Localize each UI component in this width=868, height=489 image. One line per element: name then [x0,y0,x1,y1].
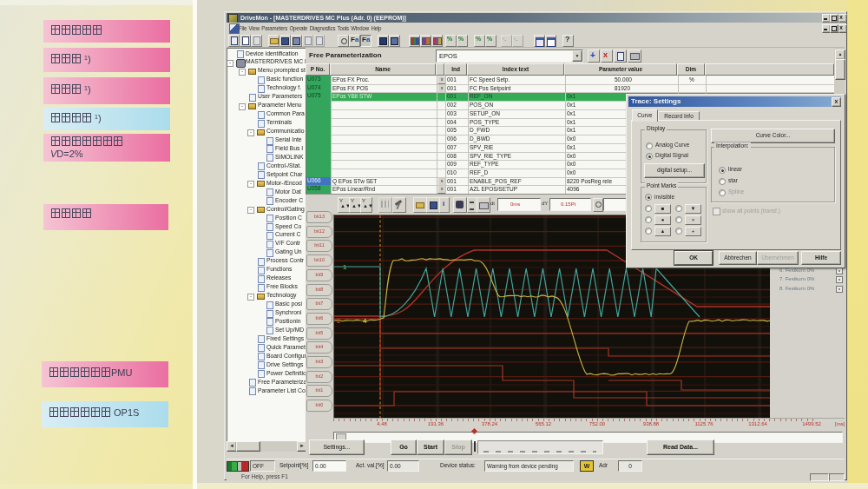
svg-text:1: 1 [343,263,347,271]
svg-text:4: 4 [363,317,367,325]
svg-text:2: 2 [337,317,341,325]
